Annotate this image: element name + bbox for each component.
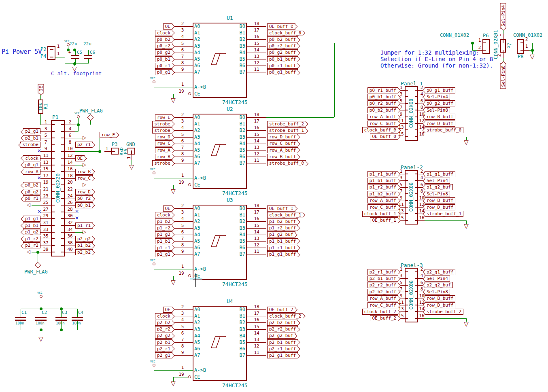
net-label-p2_g1_buff[interactable]: p2_g1_buff	[267, 352, 298, 358]
net-label-p0_r2[interactable]: p0_r2	[75, 195, 93, 201]
net-label-strobe_buff_1[interactable]: strobe_buff_1	[425, 211, 463, 217]
net-label-p0_b2_buff[interactable]: p0_b2_buff	[267, 36, 298, 42]
net-label-p1_r2_buff[interactable]: p1_r2_buff	[267, 225, 298, 231]
net-label-p2_b1[interactable]: p2_b1	[23, 135, 40, 141]
net-label-p1_r1_buff[interactable]: p1_r1_buff	[267, 245, 298, 251]
net-label-p2_g2_buf[interactable]: p2_g2_buf	[267, 333, 295, 339]
net-label-p1_g2_buf[interactable]: p1_g2_buf	[267, 231, 295, 237]
vcc-symbol[interactable]	[153, 172, 155, 174]
net-label-p1_r2[interactable]: p1_r2	[155, 225, 172, 231]
net-label-p0_b2[interactable]: p0_b2	[23, 182, 40, 188]
net-label-p0_r2[interactable]: p0_r2	[155, 43, 172, 49]
net-label-row_D[interactable]: row_D	[155, 134, 172, 140]
net-label-row_C_buff[interactable]: row_C_buff	[367, 204, 398, 210]
net-label-p1_b2_buff[interactable]: p1_b2_buff	[367, 191, 398, 197]
net-label-p2_b2_buff[interactable]: p2_b2_buff	[367, 289, 398, 295]
net-label-strobe_buff_0[interactable]: strobe_buff_0	[425, 127, 463, 133]
net-label-p1_b1_buff[interactable]: p1_b1_buff	[367, 178, 398, 184]
net-label-p1_g1[interactable]: p1_g1	[23, 216, 40, 222]
net-label-p2_r2_buff[interactable]: p2_r2_buff	[267, 326, 298, 332]
net-label-p0_g1_buff[interactable]: p0_g1_buff	[267, 69, 298, 75]
net-label-OE[interactable]: OE	[163, 23, 172, 30]
connector-P8[interactable]	[517, 39, 524, 54]
net-label-p2_b1[interactable]: p2_b1	[155, 339, 172, 345]
net-label-p2_g2_buf[interactable]: p2_g2_buf	[425, 282, 453, 288]
net-label-strobe_buff_0[interactable]: strobe_buff_0	[267, 160, 306, 166]
net-label-Sel-Pin4[interactable]: Sel-Pin4	[425, 178, 450, 184]
net-label-p0_g2[interactable]: p0_g2	[23, 189, 40, 195]
net-label-p2_g1_buff[interactable]: p2_g1_buff	[425, 269, 455, 275]
net-label-p0_r2_buff[interactable]: p0_r2_buff	[267, 43, 298, 49]
net-label-p1_g1_buff[interactable]: p1_g1_buff	[267, 251, 298, 257]
net-label-p2_r1[interactable]: p2_r1	[75, 142, 93, 148]
net-label-p0_g1[interactable]: p0_g1	[23, 162, 40, 168]
net-label-OE[interactable]: OE	[75, 155, 85, 161]
vcc-symbol[interactable]	[40, 295, 42, 298]
net-label-p1_g2_buf[interactable]: p1_g2_buf	[425, 184, 453, 190]
net-label-p1_r2[interactable]: p1_r2	[23, 236, 40, 242]
net-label-strobe_buff_1[interactable]: strobe_buff_1	[267, 127, 306, 133]
net-label-row_B_buff[interactable]: row_B_buff	[267, 154, 298, 160]
net-label-p2_r1_buff[interactable]: p2_r1_buff	[267, 346, 298, 352]
net-label-row_B[interactable]: row_B	[155, 154, 172, 160]
net-label-p2_r2[interactable]: p2_r2	[23, 242, 40, 248]
net-label-p0_g1[interactable]: p0_g1	[155, 69, 172, 75]
net-label-Sel-Pin8[interactable]: Sel-Pin8	[425, 107, 450, 113]
net-label-Sel-Pin8[interactable]: Sel-Pin8	[425, 191, 450, 197]
net-label-clock_buff_0[interactable]: clock_buff_0	[267, 30, 303, 36]
net-label-Sel-Pin4[interactable]: Sel-Pin4	[500, 3, 506, 29]
net-label-p0_b1_buff[interactable]: p0_b1_buff	[267, 56, 298, 62]
net-label-p0_r1[interactable]: p0_r1	[155, 63, 172, 69]
net-label-OE_buff_1[interactable]: OE_buff_1	[267, 206, 295, 212]
net-label-p1_g2[interactable]: p1_g2	[155, 231, 172, 237]
net-label-clock_buff_1[interactable]: clock_buff_1	[362, 211, 398, 217]
vcc-symbol[interactable]	[77, 115, 80, 118]
net-label-p0_b2_buff[interactable]: p0_b2_buff	[367, 107, 398, 113]
net-label-clock[interactable]: clock	[155, 30, 172, 36]
net-label-row_B_buff[interactable]: row_B_buff	[425, 197, 455, 203]
net-label-Sel-Pin4[interactable]: Sel-Pin4	[425, 275, 450, 282]
net-label-clock[interactable]: clock	[155, 313, 172, 319]
net-label-p2_b1_buff[interactable]: p2_b1_buff	[267, 339, 298, 345]
net-label-p2_b1_buff[interactable]: p2_b1_buff	[367, 275, 398, 282]
net-label-OE[interactable]: OE	[163, 206, 172, 212]
net-label-row_E[interactable]: row_E	[155, 114, 172, 121]
net-label-p0_b1_buff[interactable]: p0_b1_buff	[367, 94, 398, 100]
pwr-flag-symbol[interactable]	[87, 114, 93, 121]
net-label-row_A_buff[interactable]: row_A_buff	[367, 295, 398, 301]
net-label-p2_b2[interactable]: p2_b2	[155, 320, 172, 326]
net-label-OE_buff_2[interactable]: OE_buff_2	[370, 315, 398, 321]
net-label-p0_b1[interactable]: p0_b1	[155, 56, 172, 62]
net-label-p2_g2[interactable]: p2_g2	[75, 236, 93, 242]
net-label-p2_g1[interactable]: p2_g1	[155, 352, 172, 358]
net-label-row_C_buff[interactable]: row_C_buff	[367, 302, 398, 308]
net-label-p2_r2_buff[interactable]: p2_r2_buff	[367, 282, 398, 288]
net-label-OE_buff_0[interactable]: OE_buff_0	[370, 133, 398, 140]
net-label-strobe[interactable]: strobe	[20, 142, 40, 148]
vcc-symbol[interactable]	[153, 364, 155, 367]
net-label-p1_g1[interactable]: p1_g1	[155, 251, 172, 257]
net-label-p0_r1_buff[interactable]: p0_r1_buff	[267, 63, 298, 69]
net-label-strobe_buff_2[interactable]: strobe_buff_2	[267, 121, 306, 127]
net-label-Sel-Pin4[interactable]: Sel-Pin4	[425, 94, 450, 100]
net-label-p2_b2[interactable]: p2_b2	[75, 249, 93, 255]
net-label-strobe_buff_2[interactable]: strobe_buff_2	[425, 309, 463, 315]
net-label-p0_r1[interactable]: p0_r1	[23, 195, 40, 201]
net-label-row_C[interactable]: row_C	[75, 175, 93, 181]
net-label-p2_r2[interactable]: p2_r2	[155, 326, 172, 332]
net-label-p0_g2[interactable]: p0_g2	[155, 49, 172, 55]
net-label-row_A_buff[interactable]: row_A_buff	[367, 197, 398, 203]
net-label-row_B[interactable]: row_B	[75, 169, 93, 175]
net-label-p1_r2_buff[interactable]: p1_r2_buff	[367, 184, 398, 190]
net-label-p1_b1_buff[interactable]: p1_b1_buff	[267, 238, 298, 244]
net-label-row_E[interactable]: row_E	[100, 132, 117, 138]
net-label-row_B_buff[interactable]: row_B_buff	[425, 114, 455, 120]
net-label-strobe[interactable]: strobe	[152, 127, 172, 133]
vcc-symbol[interactable]	[153, 81, 155, 83]
net-label-row_A_buff[interactable]: row_A_buff	[267, 147, 298, 153]
net-label-clock_buff_2[interactable]: clock_buff_2	[362, 309, 398, 315]
net-label-row_C[interactable]: row_C	[155, 140, 172, 146]
net-label-p0_g2_buff[interactable]: p0_g2_buff	[267, 49, 298, 55]
net-label-p1_b1[interactable]: p1_b1	[155, 238, 172, 244]
net-label-p1_r1[interactable]: p1_r1	[155, 245, 172, 251]
